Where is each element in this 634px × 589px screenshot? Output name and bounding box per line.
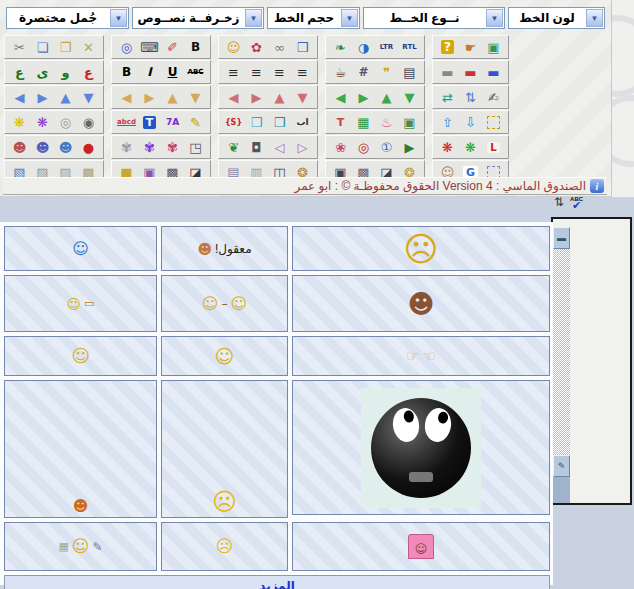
smiley-rolling-eyes[interactable]: ☺ (161, 336, 288, 376)
rings-button[interactable]: ◎ (352, 138, 375, 156)
smilies-button[interactable]: ☺ (222, 38, 245, 56)
number-one-button[interactable]: ① (375, 138, 398, 156)
arrow-up-green-button[interactable]: ▲ (375, 88, 398, 106)
arrow-down-green-button[interactable]: ▼ (398, 88, 421, 106)
chevron-down-icon[interactable]: ▼ (586, 9, 603, 27)
triangle-left-button[interactable]: ◁ (268, 138, 291, 156)
delete-button[interactable]: ✕ (77, 38, 100, 56)
align-right-button[interactable]: ≡ (268, 63, 291, 81)
arabic-char-2-button[interactable]: ى (31, 63, 54, 81)
smiley-handshake[interactable]: ☜☞ (292, 336, 550, 376)
smiley-pulling-pair[interactable]: ☺–☺ (161, 275, 288, 332)
smiley-nerd-writing[interactable]: ✎☺▦ (4, 522, 157, 571)
arrow-down-tan-button[interactable]: ▼ (184, 88, 207, 106)
preview-button[interactable]: ◎ (115, 38, 138, 56)
chevron-down-icon[interactable]: ▼ (341, 9, 358, 27)
arrow-up-blue-button[interactable]: ▲ (54, 88, 77, 106)
scrollbar-down-button[interactable]: ✎ (553, 455, 570, 477)
apple-button[interactable]: ✿ (245, 38, 268, 56)
editor-textarea[interactable]: ▬ ✎ (551, 217, 632, 505)
swap-horizontal-button[interactable]: ⇄ (436, 88, 459, 106)
hr-blue-button[interactable]: ▬ (482, 63, 505, 81)
smiley-upset[interactable]: ☹ (161, 522, 288, 571)
image-tree-button[interactable]: ❧ (329, 38, 352, 56)
code-button[interactable]: # (352, 63, 375, 81)
chevron-down-icon[interactable]: ▼ (486, 9, 503, 27)
plant-button[interactable]: ❦ (222, 138, 245, 156)
media-play-button[interactable]: ▶ (398, 138, 421, 156)
scrollbar-track[interactable] (553, 249, 570, 455)
strike-button[interactable]: ABC (184, 63, 207, 81)
select-font-size[interactable]: حجم الخط▼ (267, 7, 360, 29)
rtl-button[interactable]: RTL (398, 38, 421, 56)
paste-button[interactable]: ❐ (54, 38, 77, 56)
sparkle-purple-button[interactable]: ❋ (31, 113, 54, 131)
fireworks-red-button[interactable]: ❋ (436, 138, 459, 156)
calendar-l-button[interactable]: L (482, 138, 505, 156)
curtain-down-button[interactable]: ⇩ (459, 113, 482, 131)
unlink-button[interactable]: ∞ (268, 38, 291, 56)
scrollbar-up-button[interactable]: ▬ (553, 227, 570, 249)
arrow-down-red-button[interactable]: ▼ (291, 88, 314, 106)
arrow-right-green-button[interactable]: ▶ (352, 88, 375, 106)
font-7a-button[interactable]: 7A (161, 113, 184, 131)
arrow-left-tan-button[interactable]: ◀ (115, 88, 138, 106)
dotted-circle-b-button[interactable]: ◉ (77, 113, 100, 131)
bold-rule-button[interactable]: B (184, 38, 207, 56)
bubble-red-button[interactable]: ✾ (161, 138, 184, 156)
copy-button[interactable]: ❏ (31, 38, 54, 56)
spellcheck-icon[interactable]: ABC ✔ (570, 196, 583, 211)
chevron-down-icon[interactable]: ▼ (110, 9, 127, 27)
cut-button[interactable]: ✂ (8, 38, 31, 56)
box-teal-button[interactable]: ❒ (268, 113, 291, 131)
image-view-button[interactable]: ▣ (482, 38, 505, 56)
arrow-left-green-button[interactable]: ◀ (329, 88, 352, 106)
underline-button[interactable]: U (161, 63, 184, 81)
info-icon[interactable]: i (590, 179, 604, 193)
arabic-text-style-button[interactable]: اب (291, 113, 314, 131)
curtain-up-button[interactable]: ⇧ (436, 113, 459, 131)
italic-button[interactable]: I (138, 63, 161, 81)
swap-vertical-button[interactable]: ⇅ (459, 88, 482, 106)
smiley-crying-loud[interactable]: ☹ (161, 380, 288, 518)
arrow-right-blue-button[interactable]: ▶ (31, 88, 54, 106)
arrow-left-blue-button[interactable]: ◀ (8, 88, 31, 106)
bold-button[interactable]: B (115, 63, 138, 81)
select-font-type[interactable]: نــوع الخــط▼ (363, 7, 505, 29)
arrow-up-red-button[interactable]: ▲ (268, 88, 291, 106)
arrow-left-red-button[interactable]: ◀ (222, 88, 245, 106)
form-list-button[interactable]: ▤ (398, 63, 421, 81)
window-arrow-button[interactable]: ◳ (184, 138, 207, 156)
smiley-big-frown[interactable]: ☹ (292, 226, 550, 271)
select-text-decoration[interactable]: زخـرفــة نصــوص▼ (132, 7, 264, 29)
member-blue-2-button[interactable]: ☻ (54, 138, 77, 156)
export-button[interactable]: ❒ (291, 38, 314, 56)
arrow-down-blue-button[interactable]: ▼ (77, 88, 100, 106)
arabic-char-3-button[interactable]: و (54, 63, 77, 81)
publish-hand-button[interactable]: ☛ (459, 38, 482, 56)
arrow-up-tan-button[interactable]: ▲ (161, 88, 184, 106)
align-center-button[interactable]: ≡ (245, 63, 268, 81)
scroll-updown-icon[interactable]: ⇅ (554, 196, 564, 208)
highlighter-button[interactable]: ✎ (184, 113, 207, 131)
cake-button[interactable]: ♨ (375, 113, 398, 131)
arrow-right-red-button[interactable]: ▶ (245, 88, 268, 106)
eraser-button[interactable]: ✐ (161, 38, 184, 56)
align-justify-button[interactable]: ≡ (291, 63, 314, 81)
align-left-button[interactable]: ≡ (222, 63, 245, 81)
box-cyan-button[interactable]: ❒ (245, 113, 268, 131)
hr-gray-button[interactable]: ▬ (436, 63, 459, 81)
smiley-maqool[interactable]: معقول!☻ (161, 226, 288, 271)
help-button[interactable]: ? (436, 38, 459, 56)
arabic-char-1-button[interactable]: ع (8, 63, 31, 81)
quote-bubble-button[interactable]: ❞ (375, 63, 398, 81)
smiley-with-ruler[interactable]: ▭☺ (4, 275, 157, 332)
browser-button[interactable]: ◑ (352, 38, 375, 56)
abcd-colors-button[interactable]: abcd (115, 113, 138, 131)
smiley-laugh-blue[interactable]: ☺ (4, 226, 157, 271)
keyboard-button[interactable]: ⌨ (138, 38, 161, 56)
ltr-button[interactable]: LTR (375, 38, 398, 56)
record-dot-button[interactable]: ● (77, 138, 100, 156)
sparkle-yellow-button[interactable]: ❋ (8, 113, 31, 131)
select-short-phrases[interactable]: جُمل مختصرة▼ (6, 7, 129, 29)
